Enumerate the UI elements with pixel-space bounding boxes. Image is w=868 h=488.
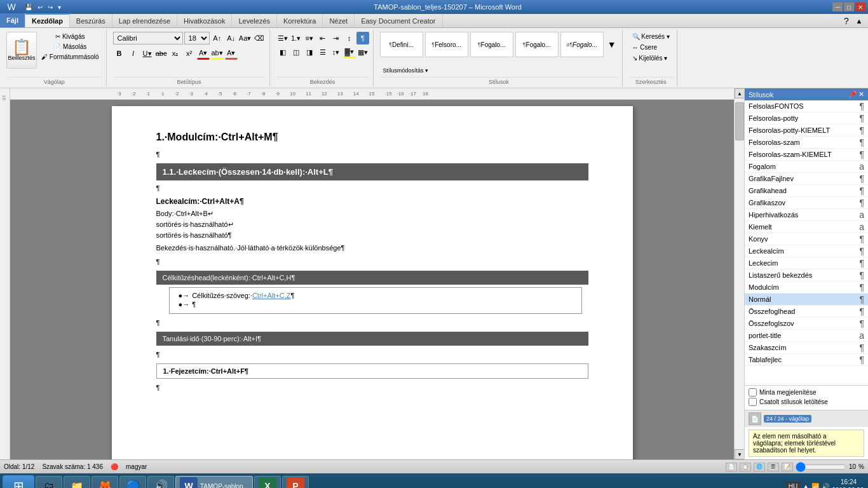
align-right-button[interactable]: ◨	[303, 46, 316, 58]
styles-change-button[interactable]: Stílus­módosítás ▾	[380, 64, 432, 77]
styles-more-button[interactable]: ▼	[606, 38, 618, 51]
style-row-osszefoglhead[interactable]: Összefoglhead ¶	[745, 306, 868, 318]
style-row-3[interactable]: Felsorolas-szam ¶	[745, 137, 868, 149]
text-color-button[interactable]: A▾	[197, 47, 210, 60]
draft-view[interactable]: 📝	[782, 463, 793, 471]
font-name-selector[interactable]: Calibri	[113, 32, 183, 44]
shrink-font-button[interactable]: A↓	[225, 32, 238, 44]
style-row-kiemelt[interactable]: Kiemelt a	[745, 221, 868, 233]
style-row-leckecim[interactable]: Leckecim ¶	[745, 257, 868, 269]
linked-checkbox-label[interactable]: Csatolt stílusok letöltése	[749, 398, 864, 406]
copy-button[interactable]: 📄 Másolás	[38, 42, 102, 51]
style-row-2[interactable]: Felsorolas-potty-KIEMELT ¶	[745, 125, 868, 137]
select-button[interactable]: ↘ Kijelölés ▾	[629, 53, 671, 63]
style-row-portlet-title[interactable]: portlet-title a	[745, 330, 868, 342]
tab-review[interactable]: Korrektúra	[277, 14, 323, 27]
style-row-normal[interactable]: Normál ¶	[745, 294, 868, 306]
numbering-button[interactable]: 1.▾	[290, 32, 302, 44]
style-row-osszefoglszov[interactable]: Összefoglszov ¶	[745, 318, 868, 330]
system-clock[interactable]: 16:24 2016.06.20.	[832, 478, 865, 488]
grow-font-button[interactable]: A↑	[211, 32, 224, 44]
maximize-button[interactable]: □	[844, 3, 854, 11]
tab-home[interactable]: Kezdőlap	[25, 13, 70, 27]
style-row-4[interactable]: Felsorolas-szam-KIEMELT ¶	[745, 149, 868, 161]
qa-undo[interactable]: ↩	[36, 3, 44, 11]
style-item-4[interactable]: ¶ Fogalo...	[515, 32, 559, 57]
taskbar-app-excel[interactable]: X	[254, 476, 281, 488]
scroll-thumb[interactable]	[735, 102, 744, 140]
vertical-scrollbar[interactable]: ▲ ▼	[734, 88, 744, 459]
align-center-button[interactable]: ◫	[290, 46, 302, 58]
preview-checkbox[interactable]	[749, 388, 757, 396]
replace-button[interactable]: ↔ Csere	[629, 43, 660, 52]
scroll-track[interactable]	[735, 98, 744, 449]
styles-panel-pin[interactable]: 📌	[848, 90, 857, 98]
start-button[interactable]: ⊞	[3, 475, 34, 488]
web-layout-view[interactable]: 🌐	[754, 463, 765, 471]
tab-file[interactable]: Fájl	[0, 13, 25, 27]
style-item-3[interactable]: ¶ Fogalo...	[470, 32, 513, 57]
tab-edc[interactable]: Easy Document Creator	[355, 14, 442, 27]
print-layout-view[interactable]: 📄	[726, 463, 737, 471]
scroll-up-button[interactable]: ▲	[735, 88, 745, 98]
style-row-modulcim[interactable]: Modulcím ¶	[745, 281, 868, 294]
language-indicator[interactable]: magyar	[126, 463, 147, 470]
style-row-konyv[interactable]: Konyv ¶	[745, 233, 868, 245]
linked-checkbox[interactable]	[749, 398, 757, 406]
taskbar-app-firefox[interactable]: 🦊	[92, 476, 118, 488]
help-btn[interactable]: ?	[840, 15, 853, 27]
taskbar-app-word[interactable]: W TAMOP-sablon...	[175, 476, 253, 488]
search-button[interactable]: 🔍 Keresés ▾	[629, 32, 673, 41]
tray-up-arrow[interactable]: ▲	[803, 483, 809, 489]
increase-indent-button[interactable]: ⇥	[330, 32, 342, 44]
style-row-listaszeru[interactable]: Listaszerű bekezdés ¶	[745, 269, 868, 281]
close-button[interactable]: ✕	[855, 3, 865, 11]
italic-button[interactable]: I	[127, 47, 140, 60]
paste-button[interactable]: 📋 Beillesztés	[6, 32, 37, 69]
document-page[interactable]: 1.·Modulcím:·Ctrl+Alt+M¶ ¶ 1.1.·Leckecím…	[112, 106, 633, 459]
border-button[interactable]: ▦▾	[356, 46, 369, 58]
qa-customize[interactable]: ▾	[56, 3, 63, 11]
tab-references[interactable]: Hivatkozások	[177, 14, 232, 27]
superscript-button[interactable]: x²	[183, 47, 196, 60]
underline-button[interactable]: U▾	[141, 47, 154, 60]
scroll-down-button[interactable]: ▼	[735, 449, 745, 459]
show-formatting-button[interactable]: ¶	[356, 32, 369, 44]
taskbar-app-explorer[interactable]: 📁	[64, 476, 90, 488]
align-left-button[interactable]: ◧	[276, 46, 289, 58]
qa-redo[interactable]: ↪	[46, 3, 55, 11]
taskbar-app-media[interactable]: 🔊	[147, 476, 174, 488]
zoom-slider[interactable]	[796, 464, 846, 470]
decrease-indent-button[interactable]: ⇤	[316, 32, 329, 44]
full-screen-view[interactable]: 📋	[740, 463, 751, 471]
styles-panel-close[interactable]: ✕	[858, 90, 864, 98]
clear-format-button[interactable]: ⌫	[253, 32, 266, 44]
style-row-tablafejlec[interactable]: Tablafejlec ¶	[745, 354, 868, 366]
ribbon-collapse[interactable]: ▲	[853, 15, 865, 27]
minimize-button[interactable]: ─	[832, 3, 843, 11]
style-row-grafika-fajlnev[interactable]: GrafikaFajlnev ¶	[745, 173, 868, 185]
strikethrough-button[interactable]: abc	[155, 47, 168, 60]
subscript-button[interactable]: x₂	[169, 47, 182, 60]
preview-checkbox-label[interactable]: Minta megjelenítése	[749, 388, 864, 396]
style-item-1[interactable]: ¶ Defini...	[380, 32, 423, 57]
style-row-fogalom[interactable]: Fogalom a	[745, 161, 868, 173]
style-row-0[interactable]: FelsolasFONTOS ¶	[745, 100, 868, 112]
taskbar-app-powerpoint[interactable]: P	[282, 476, 309, 488]
style-row-leckealcim[interactable]: Leckealcím ¶	[745, 245, 868, 257]
line-spacing-button[interactable]: ↕▾	[330, 46, 342, 58]
shading-button[interactable]: ▓▾	[343, 46, 356, 58]
bullets-button[interactable]: ☰▾	[276, 32, 289, 44]
sort-button[interactable]: ↕	[343, 32, 356, 44]
tab-insert[interactable]: Beszúrás	[70, 14, 112, 27]
tab-view[interactable]: Nézet	[323, 14, 355, 27]
outline-view[interactable]: ☰	[768, 463, 779, 471]
tab-mailings[interactable]: Levelezés	[232, 14, 277, 27]
taskbar-app-chrome[interactable]: 🔵	[119, 476, 146, 488]
font-color-button[interactable]: A▾	[225, 47, 238, 60]
document-scroll[interactable]: 1.·Modulcím:·Ctrl+Alt+M¶ ¶ 1.1.·Leckecím…	[10, 100, 734, 459]
bold-button[interactable]: B	[113, 47, 126, 60]
taskbar-app-filemanager[interactable]: 🗂	[36, 476, 62, 488]
justify-button[interactable]: ☰	[316, 46, 329, 58]
style-item-normals[interactable]: a¶ Fogalo...	[560, 32, 604, 57]
